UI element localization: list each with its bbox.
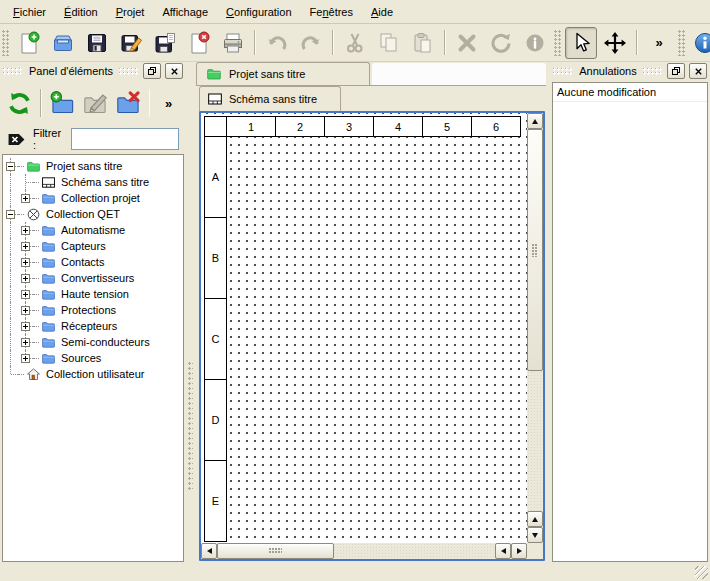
menu-edition[interactable]: Édition	[55, 2, 107, 22]
tree-item-collection-utilisateur[interactable]: Collection utilisateur	[3, 366, 183, 382]
scroll-up-button[interactable]	[527, 113, 543, 129]
collapse-icon[interactable]	[6, 162, 15, 171]
tree-connector	[18, 158, 25, 174]
doc-close-icon	[187, 31, 211, 55]
menu-configuration[interactable]: Configuration	[217, 2, 300, 22]
undo-history-item[interactable]: Aucune modification	[553, 83, 707, 102]
elements-panel-title: Panel d'éléments	[27, 65, 115, 77]
new-document-button[interactable]	[13, 27, 45, 59]
delete-category-button[interactable]	[114, 85, 143, 121]
diagram-view[interactable]: 123456ABCDE	[199, 111, 545, 561]
expand-icon[interactable]	[21, 322, 30, 331]
tree-item-sources[interactable]: Sources	[3, 350, 183, 366]
about-button[interactable]	[689, 27, 710, 59]
scroll-right-button[interactable]	[511, 543, 527, 559]
expand-icon[interactable]	[21, 242, 30, 251]
menu-fenetres[interactable]: Fenêtres	[301, 2, 362, 22]
new-category-button[interactable]	[48, 85, 77, 121]
menu-fichier[interactable]: Fichier	[4, 2, 55, 22]
rotate-button[interactable]	[485, 27, 517, 59]
expand-icon[interactable]	[21, 354, 30, 363]
scroll-down-button[interactable]	[527, 527, 543, 543]
tree-branch	[18, 222, 33, 238]
select-mode-button[interactable]	[565, 27, 597, 59]
expand-icon[interactable]	[21, 194, 30, 203]
float-panel-button[interactable]	[667, 63, 685, 79]
panel-overflow-button[interactable]: »	[156, 85, 181, 121]
tree-item-collection-qet[interactable]: Collection QET	[3, 206, 183, 222]
folder-icon	[40, 255, 56, 270]
delete-button[interactable]	[451, 27, 483, 59]
reload-collections-button[interactable]	[5, 85, 34, 121]
tree-branch	[18, 286, 33, 302]
row-header-C: C	[204, 298, 227, 380]
row-label: A	[212, 171, 219, 183]
dock-splitter[interactable]	[186, 62, 196, 562]
open-document-button[interactable]	[47, 27, 79, 59]
tree-item-haute-tension[interactable]: Haute tension	[3, 286, 183, 302]
menu-projet[interactable]: Projet	[107, 2, 154, 22]
tree-item-schema-sans-titre[interactable]: Schéma sans titre	[3, 174, 183, 190]
scroll-up-button[interactable]	[527, 511, 543, 527]
close-document-button[interactable]	[183, 27, 215, 59]
tree-item-recepteurs[interactable]: Récepteurs	[3, 318, 183, 334]
save-as-button[interactable]	[115, 27, 147, 59]
tab-project-sans-titre[interactable]: Projet sans titre	[196, 62, 370, 85]
expand-icon[interactable]	[21, 274, 30, 283]
expand-icon[interactable]	[21, 338, 30, 347]
paste-button[interactable]	[407, 27, 439, 59]
tree-item-projet-sans-titre[interactable]: Projet sans titre	[3, 158, 183, 174]
collapse-icon[interactable]	[6, 210, 15, 219]
horizontal-scroll-thumb[interactable]	[217, 543, 334, 559]
scroll-left-button[interactable]	[495, 543, 511, 559]
rotate-icon	[489, 31, 513, 55]
expand-icon[interactable]	[21, 226, 30, 235]
tree-branch	[18, 174, 33, 190]
close-icon	[694, 67, 703, 76]
cut-button[interactable]	[339, 27, 371, 59]
edit-category-button[interactable]	[81, 85, 110, 121]
tree-item-protections[interactable]: Protections	[3, 302, 183, 318]
tree-guide	[3, 270, 18, 286]
scroll-left-button[interactable]	[201, 543, 217, 559]
tree-item-label: Projet sans titre	[46, 160, 122, 172]
expand-icon[interactable]	[21, 290, 30, 299]
save-all-button[interactable]	[149, 27, 181, 59]
tree-item-capteurs[interactable]: Capteurs	[3, 238, 183, 254]
undo-button[interactable]	[261, 27, 293, 59]
expand-icon[interactable]	[21, 306, 30, 315]
clear-filter-icon[interactable]	[7, 130, 26, 149]
undo-panel-titlebar[interactable]: Annulations	[550, 62, 710, 80]
save-button[interactable]	[81, 27, 113, 59]
tab-schema-sans-titre[interactable]: Schéma sans titre	[199, 86, 341, 111]
copy-button[interactable]	[373, 27, 405, 59]
float-panel-button[interactable]	[143, 63, 161, 79]
tree-item-convertisseurs[interactable]: Convertisseurs	[3, 270, 183, 286]
column-header-1: 1	[226, 116, 276, 137]
toolbar-drag-handle[interactable]	[554, 30, 561, 56]
tree-item-contacts[interactable]: Contacts	[3, 254, 183, 270]
close-panel-button[interactable]	[689, 63, 707, 79]
tree-item-semi-conducteurs[interactable]: Semi-conducteurs	[3, 334, 183, 350]
toolbar-drag-handle[interactable]	[678, 30, 685, 56]
vertical-scroll-thumb[interactable]	[527, 129, 543, 371]
elements-panel-titlebar[interactable]: Panel d'éléments	[0, 62, 186, 80]
redo-button[interactable]	[295, 27, 327, 59]
diagram-canvas[interactable]: 123456ABCDE	[201, 113, 527, 543]
mode-overflow-button[interactable]: »	[643, 27, 675, 59]
tree-item-collection-projet[interactable]: Collection projet	[3, 190, 183, 206]
print-button[interactable]	[217, 27, 249, 59]
schema-icon	[207, 91, 223, 107]
toolbar-drag-handle[interactable]	[2, 30, 9, 56]
menu-affichage[interactable]: Affichage	[153, 2, 217, 22]
pan-mode-button[interactable]	[599, 27, 631, 59]
horizontal-scrollbar[interactable]	[201, 543, 527, 559]
filter-input[interactable]	[71, 128, 179, 150]
expand-icon[interactable]	[21, 258, 30, 267]
tree-item-automatisme[interactable]: Automatisme	[3, 222, 183, 238]
menu-aide[interactable]: Aide	[362, 2, 402, 22]
close-panel-button[interactable]	[165, 63, 183, 79]
window-resize-grip[interactable]	[695, 566, 708, 579]
vertical-scrollbar[interactable]	[527, 113, 543, 543]
element-infos-button[interactable]	[519, 27, 551, 59]
